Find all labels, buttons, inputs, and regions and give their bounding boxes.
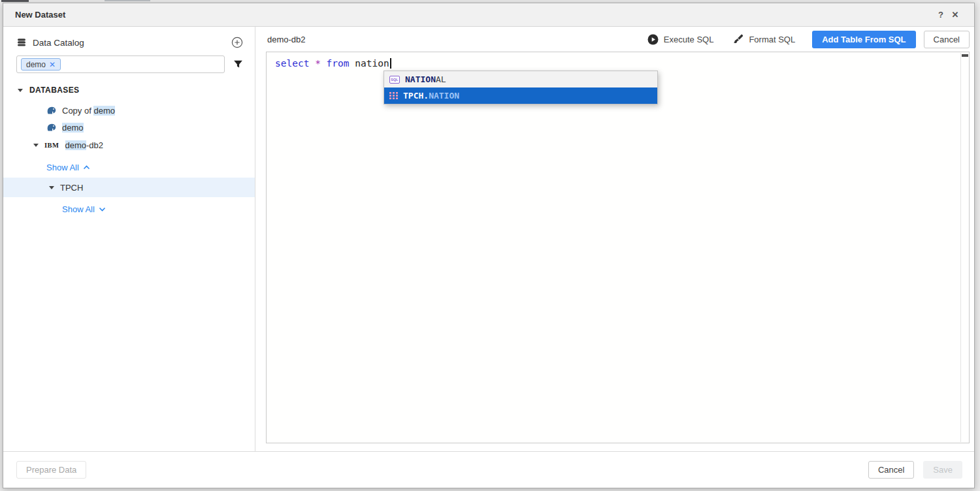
expander-icon[interactable]: [49, 186, 54, 189]
save-button-disabled[interactable]: Save: [923, 461, 962, 479]
tree-item-demo[interactable]: demo: [3, 119, 255, 136]
show-all-label: Show All: [62, 204, 95, 214]
scrollbar-thumb[interactable]: [962, 54, 968, 57]
execute-sql-button[interactable]: Execute SQL: [647, 34, 714, 45]
tree-section-databases[interactable]: DATABASES: [3, 85, 255, 95]
add-table-from-sql-button[interactable]: Add Table From SQL: [812, 31, 915, 48]
data-catalog-sidebar: Data Catalog demo ✕: [3, 27, 255, 451]
catalog-tree: DATABASES Copy of demo: [3, 85, 255, 217]
sql-statement: select * from nation: [267, 52, 969, 69]
schema-label: TPCH: [60, 183, 83, 193]
dialog-footer: Prepare Data Cancel Save: [3, 451, 974, 488]
autocomplete-item-tpch-nation-selected[interactable]: TPCH.NATION: [384, 87, 657, 104]
chip-label: demo: [26, 60, 46, 69]
show-all-collapse-link[interactable]: Show All: [3, 159, 255, 175]
text-caret: [390, 58, 391, 69]
table-grid-icon: [389, 92, 398, 99]
match-highlight: demo: [93, 106, 115, 116]
match-highlight: demo: [62, 123, 84, 133]
autocomplete-item-national[interactable]: SQL NATIONAL: [384, 71, 657, 87]
ibm-db2-icon: IBM: [44, 142, 59, 149]
search-input[interactable]: demo ✕: [16, 55, 225, 73]
autocomplete-dropdown: SQL NATIONAL TPCH.NATION: [384, 71, 658, 104]
dialog-titlebar: New Dataset ? ✕: [3, 3, 974, 27]
database-stack-icon: [16, 37, 27, 48]
match-highlight: demo: [65, 140, 87, 150]
sidebar-title: Data Catalog: [33, 38, 84, 48]
prepare-data-button[interactable]: Prepare Data: [16, 461, 86, 479]
new-dataset-dialog: New Dataset ? ✕ Data Catalog: [3, 3, 975, 488]
tree-item-label: demo: [62, 123, 84, 133]
footer-cancel-button[interactable]: Cancel: [868, 461, 914, 479]
add-source-icon[interactable]: [231, 37, 243, 48]
postgres-elephant-icon: [46, 122, 57, 133]
show-all-expand-link[interactable]: Show All: [3, 201, 255, 217]
chip-remove-icon[interactable]: ✕: [49, 60, 56, 69]
tree-item-tpch-selected[interactable]: TPCH: [3, 178, 255, 197]
postgres-elephant-icon: [46, 105, 57, 116]
editor-header: demo-db2 Execute SQL Format SQL Add Tabl…: [255, 27, 974, 52]
sidebar-header: Data Catalog: [3, 35, 255, 50]
show-all-label: Show All: [46, 163, 79, 172]
tree-item-demo-db2[interactable]: IBM demo-db2: [3, 136, 255, 154]
tree-item-label: demo-db2: [65, 140, 104, 150]
editor-cancel-button[interactable]: Cancel: [924, 31, 970, 48]
background-page-remnant: [105, 0, 150, 1]
tree-item-copy-of-demo[interactable]: Copy of demo: [3, 102, 255, 119]
dialog-title: New Dataset: [15, 10, 65, 20]
source-label: demo-db2: [267, 35, 306, 44]
filter-funnel-icon[interactable]: [233, 59, 243, 69]
expander-icon[interactable]: [18, 89, 23, 92]
sql-editor-panel: demo-db2 Execute SQL Format SQL Add Tabl…: [255, 27, 974, 451]
chevron-up-icon: [83, 165, 90, 170]
help-icon[interactable]: ?: [934, 10, 948, 20]
execute-sql-label: Execute SQL: [664, 35, 714, 44]
brush-icon: [733, 34, 743, 44]
format-sql-label: Format SQL: [749, 35, 795, 44]
search-filter-chip[interactable]: demo ✕: [21, 58, 61, 71]
expander-icon[interactable]: [33, 144, 39, 147]
chevron-down-icon: [99, 207, 106, 212]
format-sql-button[interactable]: Format SQL: [733, 34, 795, 44]
search-row: demo ✕: [3, 55, 255, 73]
sql-code-editor[interactable]: select * from nation SQL NATIONAL: [266, 52, 970, 443]
sql-keyword-icon: SQL: [389, 76, 400, 84]
close-icon[interactable]: ✕: [948, 10, 962, 20]
tree-item-label: Copy of demo: [62, 106, 115, 116]
section-label: DATABASES: [29, 86, 80, 95]
background-page-remnant: [1, 0, 29, 2]
play-circle-icon: [647, 34, 659, 45]
editor-scrollbar[interactable]: [960, 53, 969, 442]
